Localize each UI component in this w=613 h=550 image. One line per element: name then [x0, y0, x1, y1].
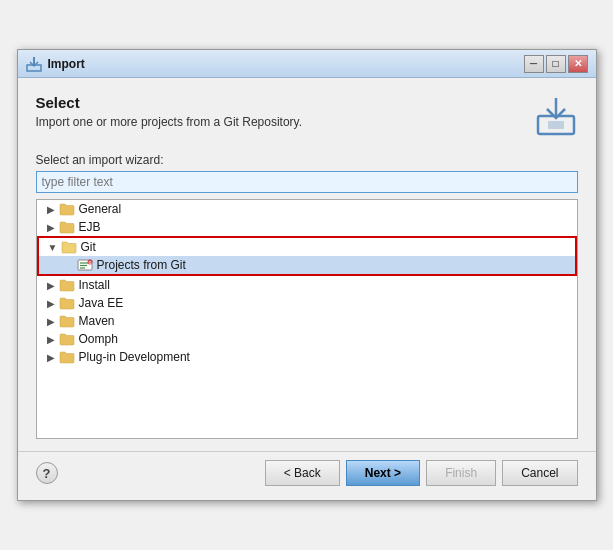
tree-label-projects-from-git: Projects from Git	[97, 258, 186, 272]
folder-icon-git	[61, 240, 77, 254]
tree-item-git[interactable]: ▼ Git	[39, 238, 575, 256]
titlebar-buttons: ─ □ ✕	[524, 55, 588, 73]
header-row: Select Import one or more projects from …	[36, 94, 578, 143]
expand-java-ee[interactable]: ▶	[45, 297, 57, 309]
folder-icon-maven	[59, 314, 75, 328]
import-dialog: Import ─ □ ✕ Select Import one or more p…	[17, 49, 597, 501]
footer-buttons: < Back Next > Finish Cancel	[265, 460, 578, 486]
tree-item-maven[interactable]: ▶ Maven	[37, 312, 577, 330]
window-title: Import	[48, 57, 85, 71]
tree-label-general: General	[79, 202, 122, 216]
page-title: Select	[36, 94, 303, 111]
tree-label-install: Install	[79, 278, 110, 292]
footer-left: ?	[36, 462, 58, 484]
titlebar-left: Import	[26, 56, 85, 72]
folder-icon-oomph	[59, 332, 75, 346]
git-projects-icon: G	[77, 258, 93, 272]
help-button[interactable]: ?	[36, 462, 58, 484]
git-section: ▼ Git ▶	[37, 236, 577, 276]
tree-label-java-ee: Java EE	[79, 296, 124, 310]
cancel-button[interactable]: Cancel	[502, 460, 577, 486]
tree-item-install[interactable]: ▶ Install	[37, 276, 577, 294]
header-text: Select Import one or more projects from …	[36, 94, 303, 143]
tree-label-oomph: Oomph	[79, 332, 118, 346]
tree-label-git: Git	[81, 240, 96, 254]
titlebar: Import ─ □ ✕	[18, 50, 596, 78]
tree-label-plugin-dev: Plug-in Development	[79, 350, 190, 364]
finish-button[interactable]: Finish	[426, 460, 496, 486]
expand-git[interactable]: ▼	[47, 241, 59, 253]
wizard-icon	[534, 94, 578, 138]
expand-ejb[interactable]: ▶	[45, 221, 57, 233]
back-button[interactable]: < Back	[265, 460, 340, 486]
expand-plugin-dev[interactable]: ▶	[45, 351, 57, 363]
main-content: Select Import one or more projects from …	[18, 78, 596, 451]
folder-icon-java-ee	[59, 296, 75, 310]
filter-label: Select an import wizard:	[36, 153, 578, 167]
tree-item-projects-from-git[interactable]: ▶ G Projects from Git	[39, 256, 575, 274]
tree-item-java-ee[interactable]: ▶ Java EE	[37, 294, 577, 312]
folder-icon-plugin-dev	[59, 350, 75, 364]
folder-icon-ejb	[59, 220, 75, 234]
tree-item-general[interactable]: ▶ General	[37, 200, 577, 218]
tree-label-maven: Maven	[79, 314, 115, 328]
window-icon	[26, 56, 42, 72]
tree-item-ejb[interactable]: ▶ EJB	[37, 218, 577, 236]
folder-icon-install	[59, 278, 75, 292]
expand-install[interactable]: ▶	[45, 279, 57, 291]
filter-input[interactable]	[36, 171, 578, 193]
footer: ? < Back Next > Finish Cancel	[18, 451, 596, 500]
expand-oomph[interactable]: ▶	[45, 333, 57, 345]
svg-text:G: G	[88, 260, 91, 265]
tree-label-ejb: EJB	[79, 220, 101, 234]
maximize-button[interactable]: □	[546, 55, 566, 73]
folder-icon-general	[59, 202, 75, 216]
svg-rect-4	[548, 121, 564, 129]
expand-general[interactable]: ▶	[45, 203, 57, 215]
next-button[interactable]: Next >	[346, 460, 420, 486]
close-button[interactable]: ✕	[568, 55, 588, 73]
tree-container[interactable]: ▶ General ▶ EJB ▼	[36, 199, 578, 439]
minimize-button[interactable]: ─	[524, 55, 544, 73]
page-description: Import one or more projects from a Git R…	[36, 115, 303, 129]
tree-item-oomph[interactable]: ▶ Oomph	[37, 330, 577, 348]
tree-item-plugin-dev[interactable]: ▶ Plug-in Development	[37, 348, 577, 366]
expand-maven[interactable]: ▶	[45, 315, 57, 327]
